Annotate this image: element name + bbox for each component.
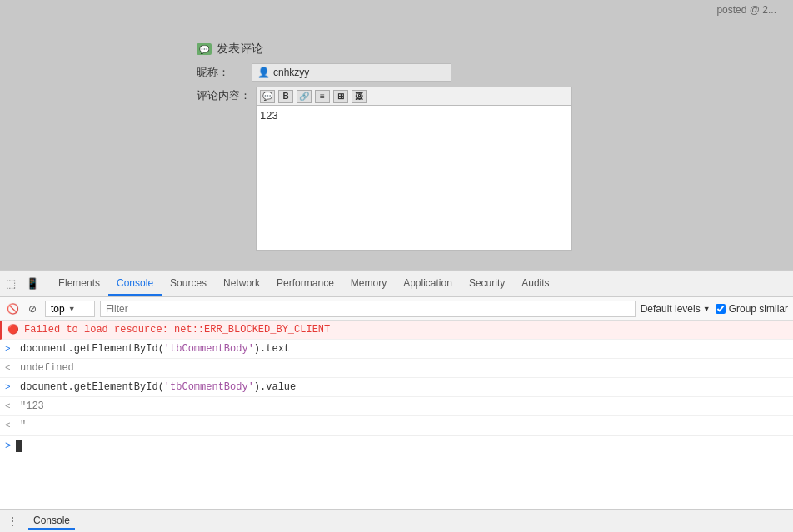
inspect-icon[interactable]: ⬚ bbox=[3, 276, 18, 291]
console-line-input-1: > document.getElementById('tbCommentBody… bbox=[0, 340, 793, 359]
toolbar-btn-image[interactable]: 🖼 bbox=[352, 90, 367, 103]
tab-audits[interactable]: Audits bbox=[513, 272, 557, 296]
devtools-tabs-bar: ⬚ 📱 Elements Console Sources Network Per… bbox=[0, 271, 793, 297]
status-console-tab[interactable]: Console bbox=[28, 513, 75, 530]
comment-form: 💬 发表评论 昵称： 👤 cnhkzyy 评论内容： 💬 B 🔗 ≡ ⊞ bbox=[197, 42, 596, 251]
tab-elements[interactable]: Elements bbox=[50, 272, 108, 296]
filter-input[interactable] bbox=[100, 301, 636, 317]
console-line-error: 🔴 Failed to load resource: net::ERR_BLOC… bbox=[0, 321, 793, 340]
toolbar-btn-comment[interactable]: 💬 bbox=[260, 90, 275, 103]
tab-console[interactable]: Console bbox=[108, 272, 162, 296]
console-line-output-3: < " bbox=[0, 416, 793, 435]
console-output: 🔴 Failed to load resource: net::ERR_BLOC… bbox=[0, 321, 793, 532]
console-line-output-1: < undefined bbox=[0, 359, 793, 378]
toolbar-btn-list[interactable]: ≡ bbox=[315, 90, 330, 103]
nickname-value: cnhkzyy bbox=[273, 67, 309, 78]
devtools-status-bar: ⋮ Console bbox=[0, 509, 793, 532]
tab-performance[interactable]: Performance bbox=[268, 272, 342, 296]
comment-content-area: 评论内容： 💬 B 🔗 ≡ ⊞ 🖼 123 bbox=[197, 87, 596, 251]
console-cursor bbox=[16, 440, 22, 452]
tab-application[interactable]: Application bbox=[395, 272, 461, 296]
console-line-input-2: > document.getElementById('tbCommentBody… bbox=[0, 378, 793, 397]
dropdown-arrow: ▼ bbox=[68, 305, 76, 313]
nickname-row: 昵称： 👤 cnhkzyy bbox=[197, 63, 596, 82]
input-prefix-2: > bbox=[5, 380, 15, 395]
devtools-panel: ⬚ 📱 Elements Console Sources Network Per… bbox=[0, 270, 793, 532]
group-similar-group: Group similar bbox=[716, 303, 788, 315]
context-dropdown[interactable]: top ▼ bbox=[45, 301, 95, 317]
tab-sources[interactable]: Sources bbox=[162, 272, 215, 296]
tab-security[interactable]: Security bbox=[461, 272, 513, 296]
input-text-1: document.getElementById('tbCommentBody')… bbox=[20, 341, 788, 356]
content-label: 评论内容： bbox=[197, 87, 251, 103]
page-content: posted @ 2... 💬 发表评论 昵称： 👤 cnhkzyy 评论内容：… bbox=[0, 0, 793, 275]
nickname-input-wrapper: 👤 cnhkzyy bbox=[252, 63, 451, 82]
default-levels-label: Default levels bbox=[641, 303, 701, 315]
output-text-3: " bbox=[20, 418, 788, 433]
console-toolbar: 🚫 ⊘ top ▼ Default levels ▼ Group similar bbox=[0, 297, 793, 321]
comment-form-title: 💬 发表评论 bbox=[197, 42, 596, 57]
default-levels-arrow: ▼ bbox=[703, 305, 711, 313]
console-input-arrow: > bbox=[5, 440, 11, 452]
clear-console-icon[interactable]: 🚫 bbox=[5, 301, 20, 316]
context-value: top bbox=[51, 303, 65, 315]
console-line-output-2: < "123 bbox=[0, 397, 793, 416]
three-dots-icon[interactable]: ⋮ bbox=[7, 515, 18, 528]
comment-textarea[interactable]: 123 bbox=[256, 105, 572, 251]
group-similar-checkbox[interactable] bbox=[716, 304, 726, 314]
user-icon: 👤 bbox=[257, 67, 270, 78]
error-text: Failed to load resource: net::ERR_BLOCKE… bbox=[24, 322, 788, 337]
output-prefix-3: < bbox=[5, 418, 15, 433]
output-prefix-1: < bbox=[5, 360, 15, 375]
input-prefix-1: > bbox=[5, 341, 15, 356]
group-similar-label: Group similar bbox=[729, 303, 788, 315]
filter-icon[interactable]: ⊘ bbox=[25, 301, 40, 316]
chat-icon: 💬 bbox=[197, 43, 212, 55]
posted-text: posted @ 2... bbox=[716, 4, 776, 16]
device-icon[interactable]: 📱 bbox=[25, 276, 40, 291]
toolbar-btn-bold[interactable]: B bbox=[278, 90, 293, 103]
devtools-icon-group: ⬚ 📱 bbox=[3, 276, 40, 291]
output-text-1: undefined bbox=[20, 360, 788, 375]
comment-title-text: 发表评论 bbox=[217, 42, 263, 57]
error-icon: 🔴 bbox=[7, 322, 19, 337]
comment-toolbar: 💬 B 🔗 ≡ ⊞ 🖼 bbox=[256, 87, 572, 105]
output-text-2: "123 bbox=[20, 399, 788, 414]
output-prefix-2: < bbox=[5, 399, 15, 414]
console-input-row[interactable]: > bbox=[0, 435, 793, 455]
toolbar-btn-grid[interactable]: ⊞ bbox=[333, 90, 348, 103]
tab-network[interactable]: Network bbox=[215, 272, 268, 296]
nickname-label: 昵称： bbox=[197, 65, 247, 80]
toolbar-btn-link[interactable]: 🔗 bbox=[297, 90, 312, 103]
input-text-2: document.getElementById('tbCommentBody')… bbox=[20, 380, 788, 395]
content-right: 💬 B 🔗 ≡ ⊞ 🖼 123 bbox=[256, 87, 572, 251]
tab-memory[interactable]: Memory bbox=[342, 272, 395, 296]
default-levels-btn[interactable]: Default levels ▼ bbox=[641, 303, 711, 315]
